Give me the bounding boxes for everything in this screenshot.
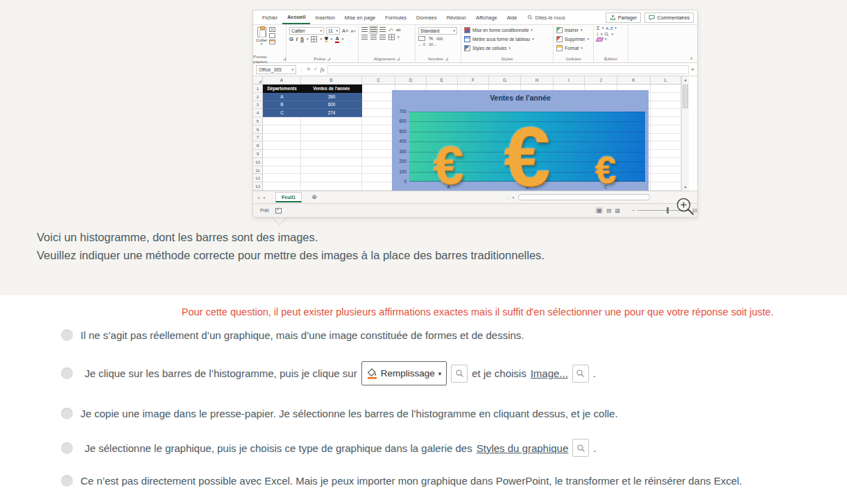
magnify-image-option-button[interactable] xyxy=(572,365,589,383)
copy-icon[interactable] xyxy=(269,33,275,38)
borders-icon[interactable] xyxy=(311,36,317,42)
row-header-6[interactable]: 6 xyxy=(253,125,262,134)
column-header-d[interactable]: D xyxy=(395,76,427,84)
scroll-up-icon[interactable]: ▲ xyxy=(682,76,689,83)
scrollbar-thumb[interactable] xyxy=(683,85,688,108)
bold-button[interactable]: G xyxy=(289,37,293,42)
fill-color-icon[interactable]: ⛊ xyxy=(325,37,328,43)
paste-button[interactable]: Coller ▾ xyxy=(256,27,267,55)
worksheet-area[interactable]: ABCDEFGHIJKL 12345678910111213 Départeme… xyxy=(253,76,697,191)
align-left-icon[interactable] xyxy=(361,35,368,40)
percent-style-button[interactable]: % xyxy=(429,36,433,41)
column-header-c[interactable]: C xyxy=(362,76,395,84)
dialog-launcher-icon[interactable] xyxy=(283,58,286,60)
fill-down-icon[interactable]: ⤓ xyxy=(597,32,599,37)
add-sheet-icon[interactable]: ⊕ xyxy=(311,194,317,200)
ribbon-cells-item[interactable]: Format▾ xyxy=(556,44,591,53)
sheet-nav-left-icon[interactable]: ◂ xyxy=(257,195,259,200)
excel-tab-affichage[interactable]: Affichage xyxy=(471,10,502,24)
align-middle-icon[interactable] xyxy=(370,27,377,33)
excel-tab-fichier[interactable]: Fichier xyxy=(257,10,282,24)
clear-icon[interactable] xyxy=(596,37,604,42)
row-header-12[interactable]: 12 xyxy=(253,174,262,182)
number-format-select[interactable]: Standard▾ xyxy=(418,27,457,35)
align-right-icon[interactable] xyxy=(379,35,386,40)
image-link[interactable]: Image... xyxy=(531,367,568,379)
remplissage-button[interactable]: Remplissage ▾ xyxy=(361,361,447,385)
radio-option-5[interactable] xyxy=(61,475,73,487)
page-break-view-icon[interactable]: ▨ xyxy=(615,207,619,214)
excel-tab-insertion[interactable]: Insertion xyxy=(310,10,339,24)
accessibility-checker-icon[interactable] xyxy=(275,208,282,214)
zoom-out-icon[interactable]: − xyxy=(632,208,635,213)
formula-input[interactable] xyxy=(327,65,689,74)
comma-style-button[interactable]: 000 xyxy=(436,37,443,41)
row-header-1[interactable]: 1 xyxy=(253,85,262,93)
increase-decimal-icon[interactable]: ←.0 xyxy=(418,42,425,46)
insert-function-icon[interactable]: fx xyxy=(320,67,325,73)
normal-view-icon[interactable]: ▦ xyxy=(595,207,603,214)
row-header-4[interactable]: 4 xyxy=(253,109,262,117)
magnify-styles-button[interactable] xyxy=(572,439,589,457)
column-header-j[interactable]: J xyxy=(585,76,617,84)
row-header-11[interactable]: 11 xyxy=(253,166,262,175)
autosum-icon[interactable]: Σ xyxy=(597,26,600,31)
chart-object[interactable]: Ventes de l'année 7006005004003002001000… xyxy=(392,90,649,191)
radio-option-4[interactable] xyxy=(61,442,73,454)
excel-tab-mise-en-page[interactable]: Mise en page xyxy=(340,10,380,24)
radio-option-2[interactable] xyxy=(61,367,73,379)
underline-button[interactable]: S xyxy=(300,37,304,42)
row-header-13[interactable]: 13 xyxy=(253,182,262,191)
page-layout-view-icon[interactable]: ▤ xyxy=(606,207,611,214)
accounting-format-icon[interactable] xyxy=(418,36,425,41)
format-painter-icon[interactable] xyxy=(269,40,275,44)
tell-me-search[interactable]: Dites-le nous xyxy=(527,10,565,24)
shrink-font-icon[interactable]: A˅ xyxy=(350,29,356,33)
column-header-h[interactable]: H xyxy=(521,76,554,84)
ribbon-cells-item[interactable]: Insérer▾ xyxy=(556,26,591,35)
column-header-k[interactable]: K xyxy=(617,76,651,84)
sheet-nav-right-icon[interactable]: ▸ xyxy=(264,195,266,200)
column-header-e[interactable]: E xyxy=(427,76,458,84)
select-all-corner[interactable] xyxy=(253,76,263,84)
expand-formula-bar-icon[interactable]: ▾ xyxy=(692,67,694,71)
row-header-2[interactable]: 2 xyxy=(253,93,262,101)
row-header-7[interactable]: 7 xyxy=(253,134,262,142)
column-header-f[interactable]: F xyxy=(458,76,489,84)
ribbon-styles-item[interactable]: Styles de cellules▾ xyxy=(464,44,551,53)
row-header-10[interactable]: 10 xyxy=(253,158,262,166)
ribbon-styles-item[interactable]: Mise en forme conditionnelle▾ xyxy=(464,26,551,35)
font-name-select[interactable]: Calibri▾ xyxy=(289,27,324,35)
name-box[interactable]: Office_365▾ xyxy=(256,65,296,74)
font-size-select[interactable]: 11▾ xyxy=(326,27,340,35)
dialog-launcher-icon[interactable] xyxy=(397,58,400,60)
find-select-icon[interactable] xyxy=(604,32,609,37)
cell-grid[interactable]: 12345678910111213 DépartementsVentes de … xyxy=(253,85,681,191)
zoom-slider-thumb[interactable] xyxy=(667,207,669,214)
share-button[interactable]: Partager xyxy=(606,12,642,23)
excel-tab-aide[interactable]: Aide xyxy=(502,10,522,24)
column-header-a[interactable]: A xyxy=(263,76,301,84)
collapse-ribbon-icon[interactable]: ∧ xyxy=(690,55,693,60)
column-header-b[interactable]: B xyxy=(301,76,362,84)
magnify-image-button[interactable] xyxy=(675,196,696,217)
font-color-icon[interactable]: A xyxy=(335,36,339,43)
cut-icon[interactable] xyxy=(269,27,275,32)
column-header-i[interactable]: I xyxy=(554,76,585,84)
radio-option-1[interactable] xyxy=(61,329,73,341)
row-header-5[interactable]: 5 xyxy=(253,117,262,125)
ribbon-cells-item[interactable]: Supprimer▾ xyxy=(556,35,591,44)
excel-tab-formules[interactable]: Formules xyxy=(380,10,411,24)
excel-tab-accueil[interactable]: Accueil xyxy=(282,10,310,24)
magnify-remplissage-button[interactable] xyxy=(451,365,468,383)
align-center-icon[interactable] xyxy=(370,35,377,40)
comments-button[interactable]: Commentaires xyxy=(644,12,694,23)
decrease-decimal-icon[interactable]: .00→ xyxy=(428,42,437,46)
dialog-launcher-icon[interactable] xyxy=(327,58,330,60)
vertical-scrollbar[interactable]: ▲ ▼ xyxy=(681,76,689,191)
wrap-text-icon[interactable]: ab xyxy=(396,28,401,32)
align-top-icon[interactable] xyxy=(361,27,368,33)
excel-tab-révision[interactable]: Révision xyxy=(442,10,471,24)
orientation-icon[interactable]: ⤺ xyxy=(388,28,393,33)
scrollbar-splitter[interactable]: ⋮ ◂ xyxy=(506,195,514,200)
